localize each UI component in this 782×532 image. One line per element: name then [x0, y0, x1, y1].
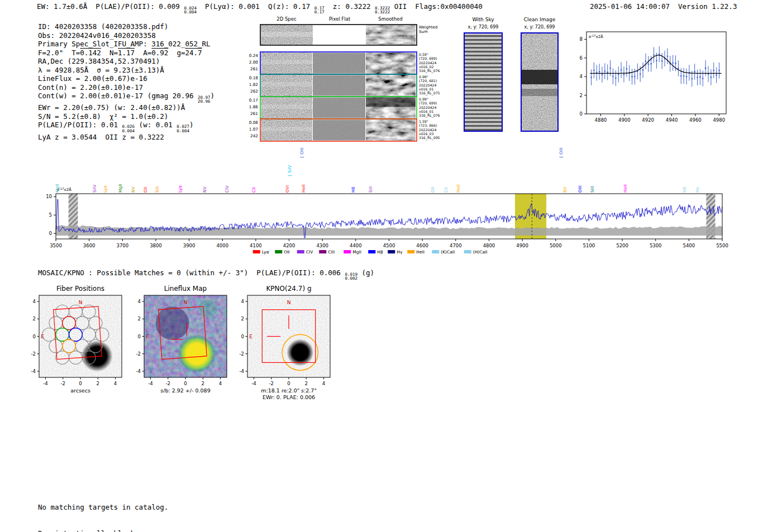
spectrum-ytick: 5: [49, 212, 52, 218]
info-line: Primary Spec_Slot_IFU_AMP: 316_022_052_R…: [38, 40, 214, 49]
data-point: [702, 78, 704, 79]
text-segment: F=2.0" T=: [38, 49, 80, 57]
footer-block: No matching targets in catalog. Row inte…: [38, 486, 168, 532]
spectrum-xtick: 4800: [483, 243, 495, 248]
data-point: [672, 62, 674, 64]
spec2d-cutouts: 2D SpecPixel FlatSmoothedWeightedSum0.24…: [246, 16, 567, 147]
zoom-xtick: 4920: [642, 117, 654, 123]
panel-ytick: -4: [31, 368, 36, 374]
emission-line-label: HeII: [623, 184, 628, 193]
spectrum-xtick: 4100: [250, 243, 262, 248]
data-point: [607, 71, 608, 73]
text-segment: z: 0.3222: [325, 2, 375, 11]
clean-title: Clean Image: [524, 17, 556, 22]
text-segment: Cont(w) = 2.00(±0.01)e-17 (gmag 20.96: [38, 92, 198, 100]
row-left-value: 262: [250, 89, 258, 94]
panel-ytick: 2: [33, 316, 36, 322]
zoom-xtick: 4900: [618, 117, 631, 123]
emission-line-label: NV: [562, 186, 568, 193]
spectrum-ytick: 0: [49, 231, 52, 236]
data-point: [718, 70, 720, 71]
legend-swatch: [253, 250, 260, 253]
data-point: [631, 76, 633, 78]
legend-label: OII: [284, 250, 289, 255]
text-segment: OII Flags:0x00400040: [390, 2, 483, 11]
emission-line-label: Lyα: [103, 185, 108, 193]
compass-east: E: [146, 334, 149, 339]
row-smoothed-image: [366, 75, 416, 96]
row-right-meta: (720, 681): [419, 79, 437, 83]
mosaic-match-line: MOSAIC/KPNO : Possible Matches = 0 (with…: [38, 269, 374, 280]
panel-xtick: 2: [202, 381, 204, 386]
text-segment: LineFlux = 2.00(±0.67)e-16: [38, 74, 147, 83]
data-point: [716, 74, 717, 76]
text-segment: ID: 4020203358 (4020203358.pdf): [38, 22, 168, 31]
panel-xlabel: s/b: 2.92 +/- 0.089: [160, 387, 210, 394]
text-segment: N=: [101, 49, 118, 57]
spectrum-xtick: 4600: [416, 243, 428, 248]
spectrum-xtick: 4300: [316, 243, 328, 248]
compass-east: E: [249, 334, 252, 339]
zoom-xtick: 4980: [713, 117, 725, 123]
panel-xtick: 2: [305, 381, 308, 386]
compass-east: E: [41, 334, 44, 339]
emission-line-label: OVI: [285, 185, 290, 193]
spectrum-xtick: 4000: [216, 243, 228, 248]
source-blob: [287, 339, 313, 366]
text-segment: S/N = 5.2(±0.8) χ² = 1.0(±0.2): [38, 112, 168, 121]
spectrum-xtick: 5200: [616, 243, 628, 248]
legend-swatch: [388, 250, 395, 253]
zoom-ytick: 6: [580, 55, 583, 61]
legend-swatch: [319, 250, 326, 253]
row-right-meta: 20220424: [419, 83, 437, 87]
stacked-uncertainty: 0.0270.004: [177, 124, 189, 132]
info-line: EWr = 2.20(±0.75) (w: 2.40(±0.82))Å: [38, 103, 214, 112]
footer-line-1: No matching targets in catalog.: [38, 503, 168, 512]
zoom-xtick: 4960: [689, 117, 702, 123]
data-point: [590, 76, 592, 78]
panel-ytick: -4: [240, 368, 244, 374]
withsky-title: With Sky: [472, 17, 494, 22]
emission-line-label: OII: [430, 187, 435, 193]
panel-xlabel: m:18.1 re:2.0" s:2.7": [261, 387, 317, 394]
row-left-value: 2.00: [249, 60, 259, 65]
emission-line-label: HeII: [301, 184, 306, 193]
emission-line-label: CIV: [225, 185, 230, 193]
row-smoothed-image: [366, 120, 416, 141]
overline-value: 24.7: [185, 49, 202, 57]
text-segment: λ = 4928.85Å σ = 9.23(±3.13)Å: [38, 66, 164, 74]
emission-line-label: Hδ: [351, 186, 356, 193]
data-point: [618, 74, 619, 75]
panel-ytick: 0: [138, 334, 141, 339]
full-spectrum-plot: 3500360037003800390040004100420043004400…: [34, 146, 754, 261]
fiber-positions-panel: NE-4-4-2-2002244arcsecs: [22, 290, 142, 401]
overline-value: 0.142: [80, 49, 101, 57]
row-right-meta: 20220424: [419, 61, 437, 65]
panel-xtick: -4: [148, 381, 152, 386]
data-point: [599, 71, 600, 73]
row-right-meta: 316_RL_095: [419, 136, 440, 140]
spectrum-xtick: 4700: [450, 243, 462, 248]
panel-xtick: 0: [287, 381, 290, 386]
info-line: λ = 4928.85Å σ = 9.23(±3.13)Å: [38, 66, 214, 75]
emission-line-label: { OIII: [559, 147, 564, 159]
data-point: [645, 60, 647, 62]
header-stats: EW: 1.7±0.6Å P(LAE)/P(OII): 0.009 0.0240…: [37, 2, 483, 14]
panel-xtick: -2: [165, 381, 170, 386]
panel-xtick: 4: [114, 381, 117, 386]
data-point: [694, 71, 695, 73]
legend-label: HeII: [416, 250, 425, 255]
text-segment: ): [189, 121, 194, 129]
text-segment: Primary Spec_Slot_IFU_AMP: 316_022_052_R…: [38, 40, 211, 48]
emission-line-label: MgII: [118, 184, 123, 193]
spec2d-col-title: Smoothed: [378, 16, 402, 22]
data-point: [683, 75, 685, 77]
row-left-value: 261: [250, 111, 258, 116]
emission-line-label: NV: [131, 186, 136, 193]
data-point: [691, 78, 693, 80]
footer-line-2: Row intentionally blank.: [38, 529, 168, 532]
axis-unit-label: e-17x2Å: [589, 34, 603, 40]
spectrum-xtick: 3500: [50, 243, 62, 248]
legend-swatch: [297, 250, 304, 253]
row-right-meta: 20220424: [419, 106, 437, 109]
